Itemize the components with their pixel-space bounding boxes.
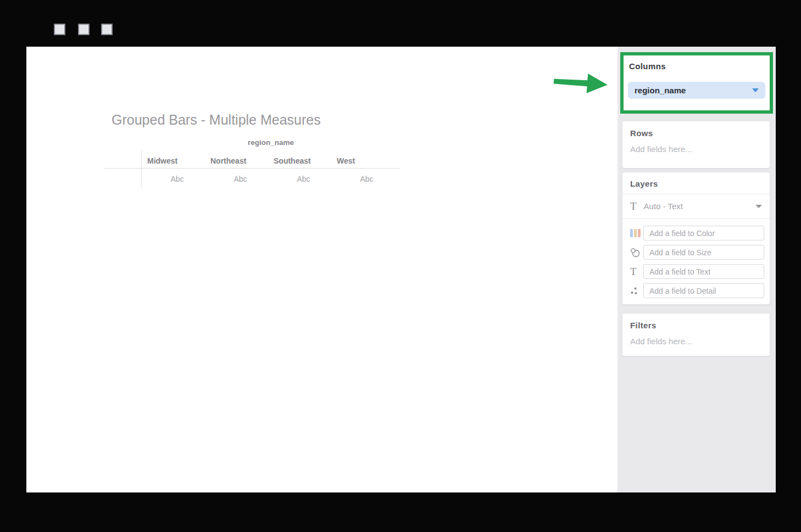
color-bars-icon (630, 229, 643, 237)
rows-section[interactable]: Rows Add fields here... (622, 121, 770, 169)
chart-title: Grouped Bars - Multiple Measures (112, 112, 321, 128)
layer-type-label: Auto - Text (644, 201, 683, 211)
table-header-divider (104, 168, 400, 169)
table-cell: Abc (268, 175, 331, 183)
text-icon: T (630, 266, 643, 277)
chevron-down-icon (752, 88, 759, 92)
column-header: Northeast (205, 156, 268, 165)
detail-field-input[interactable] (643, 283, 764, 298)
size-field-row (630, 245, 764, 260)
detail-dots-icon (630, 287, 643, 295)
window-control-icon[interactable] (54, 24, 65, 35)
text-field-row: T (630, 264, 764, 279)
layer-type-selector[interactable]: T Auto - Text (622, 194, 770, 219)
text-icon: T (630, 201, 637, 211)
color-field-input[interactable] (643, 226, 764, 240)
window-control-icon[interactable] (101, 24, 113, 35)
config-sidebar: Columns region_name Rows Add fields here… (618, 47, 776, 492)
table-cell: Abc (205, 175, 268, 183)
columns-section-highlight: Columns region_name (620, 52, 773, 114)
annotation-arrow-icon (553, 68, 609, 97)
column-header: Midwest (142, 156, 205, 165)
chevron-down-icon (755, 205, 762, 208)
size-circles-icon (630, 248, 643, 257)
layers-section-title: Layers (630, 179, 762, 188)
region-name-field-pill[interactable]: region_name (628, 82, 765, 99)
filters-section[interactable]: Filters Add fields here... (622, 313, 770, 356)
text-field-input[interactable] (643, 264, 764, 279)
color-field-row (630, 226, 764, 240)
chart-canvas: Grouped Bars - Multiple Measures region_… (26, 47, 618, 492)
dimension-header: region_name (142, 138, 400, 147)
window-control-icon[interactable] (78, 24, 90, 35)
column-header: Southeast (268, 156, 331, 165)
columns-section-title: Columns (629, 61, 770, 71)
column-header: West (331, 156, 394, 165)
app-window: Grouped Bars - Multiple Measures region_… (26, 47, 776, 492)
table-cell: Abc (331, 175, 394, 183)
filters-section-title: Filters (630, 321, 762, 330)
rows-section-title: Rows (630, 128, 762, 138)
detail-field-row (630, 283, 764, 298)
rows-drop-hint: Add fields here... (630, 144, 762, 154)
field-pill-label: region_name (635, 86, 686, 95)
filters-drop-hint: Add fields here... (630, 337, 762, 346)
size-field-input[interactable] (643, 245, 764, 260)
layers-section: Layers T Auto - Text (622, 172, 770, 305)
table-cell: Abc (142, 175, 205, 183)
